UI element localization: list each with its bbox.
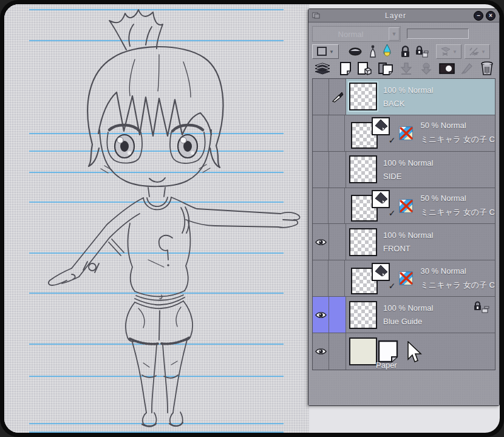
- draft-column[interactable]: [329, 115, 345, 151]
- mask-button[interactable]: [437, 61, 457, 76]
- visibility-toggle[interactable]: [313, 79, 329, 115]
- layer-row-content[interactable]: ✓ 50 % Normal ミニキャラ 女の子 C: [345, 188, 495, 224]
- mask-option-a-button: ▼: [436, 44, 461, 59]
- expression-square-icon: [317, 47, 328, 56]
- character-sketch: [4, 4, 309, 433]
- layer-opacity-blend: 30 % Normal: [421, 266, 495, 276]
- draft-column[interactable]: [329, 152, 346, 188]
- visibility-toggle[interactable]: [313, 297, 329, 333]
- layer-stack-icon: [314, 62, 331, 75]
- palette-titlebar[interactable]: Layer – ×: [308, 9, 499, 22]
- visibility-toggle[interactable]: [313, 152, 329, 188]
- layer-name: FRONT: [383, 244, 433, 253]
- lock-icon: [400, 46, 410, 58]
- mask-thumbnail[interactable]: [372, 263, 390, 281]
- mask-thumbnail[interactable]: [372, 190, 390, 208]
- visibility-toggle[interactable]: [313, 115, 329, 151]
- trash-button[interactable]: [478, 61, 495, 76]
- minimize-button[interactable]: –: [474, 11, 483, 21]
- layer-row[interactable]: ✓ 30 % Normal ミニキャラ 女の子 C: [313, 260, 495, 297]
- eye-icon: [315, 348, 327, 355]
- layer-stack-button[interactable]: [312, 61, 333, 76]
- merge-all-icon: [420, 62, 433, 75]
- layer-thumbnail[interactable]: [349, 83, 377, 110]
- close-button[interactable]: ×: [486, 11, 495, 21]
- layer-row[interactable]: ✓ 50 % Normal ミニキャラ 女の子 C: [313, 115, 495, 152]
- layer-thumbnail[interactable]: [349, 155, 377, 183]
- layer-row[interactable]: ✓ 50 % Normal ミニキャラ 女の子 C: [313, 188, 495, 225]
- mask-thumbnail[interactable]: [372, 117, 390, 135]
- layer-row-content[interactable]: ✓ 100 % Normal Blue Guide: [346, 297, 495, 333]
- layer-thumbnail[interactable]: [349, 301, 377, 329]
- eye-icon: [315, 311, 327, 319]
- visibility-toggle[interactable]: [313, 260, 329, 296]
- layer-opacity-blend: 50 % Normal: [421, 121, 495, 130]
- layer-name: Blue Guide: [383, 317, 433, 326]
- lock-button[interactable]: [397, 44, 413, 59]
- figure-button[interactable]: [366, 44, 380, 59]
- layer-row[interactable]: ✓ 100 % Normal FRONT: [313, 224, 495, 260]
- layer-row-content[interactable]: ✓ 100 % Normal SIDE: [346, 152, 495, 188]
- layer-name: SIDE: [383, 172, 433, 181]
- figure-icon: [369, 45, 377, 58]
- draft-column[interactable]: [329, 333, 346, 370]
- chevron-down-icon: ▼: [481, 49, 486, 55]
- layer-row[interactable]: ✓ 100 % Normal Blue Guide: [313, 297, 495, 333]
- layer-opacity-blend: 100 % Normal: [383, 158, 433, 168]
- layer-row[interactable]: ✓ 100 % Normal BACK: [313, 79, 495, 115]
- visibility-toggle[interactable]: [313, 188, 329, 224]
- mask-check-icon: ✓: [389, 208, 396, 218]
- lens-eye-button[interactable]: [345, 44, 366, 59]
- layer-row-content[interactable]: ✓ 100 % Normal BACK: [346, 79, 495, 115]
- visibility-toggle[interactable]: [313, 224, 329, 260]
- draft-column[interactable]: [329, 260, 345, 296]
- mask-option-b-button: ▼: [465, 44, 490, 59]
- draft-column[interactable]: [329, 79, 346, 115]
- expression-selector-button[interactable]: ▼: [312, 44, 339, 59]
- chevron-down-icon: ▼: [329, 49, 334, 55]
- layer-mask-thumbnails[interactable]: ✓: [351, 190, 390, 222]
- new-layer-icon: [339, 61, 352, 76]
- lens-eye-icon: [348, 47, 363, 56]
- mask-option-a-icon: [440, 47, 451, 56]
- layer-thumbnail[interactable]: [349, 337, 377, 365]
- ink-drop-button[interactable]: [380, 44, 393, 59]
- mask-option-b-icon: [469, 47, 480, 56]
- draft-column[interactable]: [329, 224, 346, 260]
- layer-row-content[interactable]: ✓ 30 % Normal ミニキャラ 女の子 C: [345, 260, 495, 296]
- layer-mask-thumbnails[interactable]: ✓: [351, 117, 390, 149]
- chevron-down-icon: ▼: [452, 49, 457, 55]
- layer-mask-thumbnails[interactable]: ✓: [351, 263, 390, 294]
- new-layer-button[interactable]: [338, 61, 353, 76]
- ruler-hidden-icon: [398, 125, 415, 141]
- drawing-canvas[interactable]: [4, 4, 309, 433]
- eye-icon: [315, 239, 327, 246]
- layer-thumbnail[interactable]: [349, 228, 377, 256]
- visibility-toggle[interactable]: [313, 333, 329, 370]
- pasteboard: Layer – × Normal ▼ ▼: [4, 4, 500, 433]
- new-folder-icon: [378, 61, 393, 76]
- new-3d-layer-button[interactable]: [355, 61, 373, 76]
- new-folder-button[interactable]: [376, 61, 395, 76]
- pen-icon: [332, 90, 344, 103]
- palette-title: Layer: [320, 12, 471, 20]
- palette-icon: [312, 12, 320, 19]
- layer-name: BACK: [383, 99, 433, 108]
- mask-diamond-icon: [373, 118, 389, 134]
- layer-row[interactable]: ✓ 100 % Normal SIDE: [313, 152, 495, 188]
- merge-down-button: [398, 61, 415, 76]
- draft-column[interactable]: [329, 297, 346, 333]
- blend-mode-value: Normal: [313, 30, 389, 39]
- layer-opacity-blend: 50 % Normal: [421, 194, 495, 203]
- layer-row-content[interactable]: ✓ 100 % Normal FRONT: [346, 224, 495, 260]
- layer-row-content[interactable]: ✓ 50 % Normal ミニキャラ 女の子 C: [345, 115, 495, 151]
- layer-name: ミニキャラ 女の子 C: [421, 134, 495, 145]
- layer-row[interactable]: ✓ Paper: [313, 333, 495, 370]
- mask-diamond-icon: [373, 191, 389, 207]
- ruler-hidden-icon: [398, 270, 415, 286]
- trash-icon: [480, 61, 494, 76]
- draft-column[interactable]: [329, 188, 345, 224]
- blend-mode-select: Normal ▼: [312, 26, 401, 42]
- layer-lock-icon: [473, 300, 490, 314]
- lock-layer-button[interactable]: [413, 44, 431, 59]
